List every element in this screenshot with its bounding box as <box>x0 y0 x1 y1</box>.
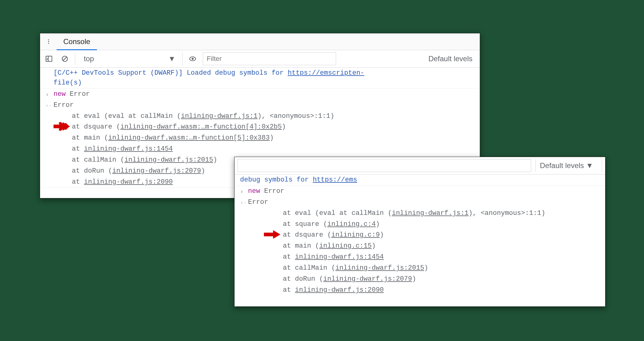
frame-text: at <box>72 145 84 153</box>
frame-text: ) <box>372 242 376 250</box>
stack-frame: at callMain (inlining-dwarf.js:2015) <box>235 263 605 274</box>
frame-text: ), <anonymous>:1:1) <box>468 209 545 217</box>
frame-link[interactable]: inlining-dwarf.js:1 <box>392 209 468 217</box>
stack-frame: at inlining-dwarf.js:2090 <box>235 285 605 296</box>
frame-text: ) <box>270 134 274 142</box>
dropdown-caret-icon: ▼ <box>168 54 176 63</box>
console-input-echo: › new Error <box>40 88 480 100</box>
log-levels-selector[interactable]: Default levels <box>428 54 477 63</box>
console-result[interactable]: ‹· Error <box>40 100 480 111</box>
frame-text: at callMain ( <box>283 264 335 272</box>
context-selector-value: top <box>84 54 94 63</box>
context-selector[interactable]: top ▼ <box>80 53 178 65</box>
stack-frame: at inlining-dwarf.js:1454 <box>235 252 605 263</box>
frame-link[interactable]: inlining-dwarf.js:2090 <box>84 178 173 186</box>
tab-console-label: Console <box>63 37 90 46</box>
frame-link[interactable]: inlining-dwarf.js:2079 <box>323 275 412 283</box>
toggle-sidebar-button[interactable] <box>43 53 55 65</box>
console-toolbar: Default levels ▼ <box>235 157 605 174</box>
tab-console[interactable]: Console <box>57 33 97 50</box>
frame-text: at eval (eval at callMain ( <box>72 112 181 120</box>
keyword-new: new <box>248 187 260 195</box>
info-link[interactable]: https://emscripten- <box>288 69 365 77</box>
frame-text: at dsquare ( <box>72 123 120 131</box>
live-expression-button[interactable] <box>187 53 198 65</box>
frame-link[interactable]: inlining-dwarf.wasm:…m-function[4]:0x2b5 <box>120 123 282 131</box>
toolbar-divider <box>602 159 602 172</box>
info-text-2: file(s) <box>54 79 82 87</box>
frame-text: at square ( <box>283 220 327 228</box>
toolbar-divider <box>75 53 75 65</box>
stack-frame: at doRun (inlining-dwarf.js:2079) <box>235 274 605 285</box>
frame-link[interactable]: inlining-dwarf.js:1454 <box>295 253 384 261</box>
frame-text: at <box>283 253 295 261</box>
error-word: Error <box>264 187 284 195</box>
log-levels-label: Default levels <box>428 54 472 63</box>
error-header: Error <box>248 198 268 206</box>
frame-link[interactable]: inlining-dwarf.js:2079 <box>112 167 201 175</box>
frame-text: at <box>283 286 295 294</box>
frame-link[interactable]: inlining-dwarf.js:1 <box>181 112 257 120</box>
console-toolbar: top ▼ Default levels <box>40 50 480 68</box>
info-link[interactable]: https://ems <box>313 176 357 184</box>
stack-frame: at square (inlining.c:4) <box>235 219 605 230</box>
frame-text: ) <box>282 123 286 131</box>
frame-text: ), <anonymous>:1:1) <box>257 112 334 120</box>
stack-frame: at main (inlining.c:15) <box>235 241 605 252</box>
console-result[interactable]: ‹· Error <box>235 197 605 208</box>
clear-console-button[interactable] <box>59 53 71 65</box>
stack-frame-dsquare: at dsquare (inlining-dwarf.wasm:…m-funct… <box>40 122 480 133</box>
output-chevron-icon: ‹· <box>240 199 247 207</box>
more-menu-button[interactable] <box>43 36 55 48</box>
frame-text: ) <box>376 220 380 228</box>
highlight-arrow-icon <box>54 122 70 131</box>
frame-text: at main ( <box>72 134 108 142</box>
toolbar-divider <box>535 159 536 172</box>
toolbar-divider <box>182 53 183 65</box>
filter-input[interactable] <box>238 159 531 172</box>
frame-link[interactable]: inlining-dwarf.js:2015 <box>124 156 213 164</box>
output-chevron-icon: ‹· <box>46 102 52 110</box>
error-header: Error <box>54 101 74 109</box>
log-levels-selector[interactable]: Default levels ▼ <box>540 161 598 170</box>
svg-marker-8 <box>273 230 280 239</box>
frame-text: ) <box>380 231 384 239</box>
input-chevron-icon: › <box>46 91 49 99</box>
frame-text: ) <box>412 275 416 283</box>
console-input-echo: › new Error <box>235 185 605 197</box>
frame-text: at eval (eval at callMain ( <box>283 209 392 217</box>
keyword-new: new <box>54 90 66 98</box>
frame-text: at dsquare ( <box>283 231 331 239</box>
stack-frame-dsquare: at dsquare (inlining.c:9) <box>235 230 605 241</box>
frame-text: ) <box>213 156 217 164</box>
svg-point-6 <box>192 58 194 60</box>
frame-link[interactable]: inlining.c:4 <box>327 220 376 228</box>
svg-point-0 <box>48 39 49 40</box>
svg-point-2 <box>48 43 49 44</box>
frame-text: ) <box>424 264 428 272</box>
frame-text: at doRun ( <box>283 275 323 283</box>
stack-frame: at main (inlining-dwarf.wasm:…m-function… <box>40 133 480 144</box>
filter-input[interactable] <box>203 52 336 65</box>
svg-point-1 <box>48 41 49 42</box>
highlight-arrow-icon <box>264 230 280 239</box>
frame-link[interactable]: inlining-dwarf.js:2090 <box>295 286 384 294</box>
error-word: Error <box>70 90 90 98</box>
console-output: debug symbols for https://ems › new Erro… <box>235 174 605 296</box>
frame-link[interactable]: inlining-dwarf.wasm:…m-function[5]:0x383 <box>108 134 270 142</box>
info-text: [C/C++ DevTools Support (DWARF)] Loaded … <box>54 69 288 77</box>
console-info-message: debug symbols for https://ems <box>235 174 605 185</box>
frame-link[interactable]: inlining-dwarf.js:1454 <box>84 145 173 153</box>
stack-frame: at eval (eval at callMain (inlining-dwar… <box>235 208 605 219</box>
svg-marker-7 <box>63 122 70 131</box>
frame-link[interactable]: inlining.c:9 <box>331 231 379 239</box>
input-chevron-icon: › <box>240 188 243 196</box>
frame-link[interactable]: inlining-dwarf.js:2015 <box>335 264 424 272</box>
frame-link[interactable]: inlining.c:15 <box>319 242 372 250</box>
log-levels-label: Default levels ▼ <box>540 161 594 170</box>
devtools-tabbar: Console <box>40 33 480 50</box>
stack-frame: at inlining-dwarf.js:1454 <box>40 144 480 155</box>
devtools-console-panel-after: Default levels ▼ debug symbols for https… <box>234 157 605 307</box>
console-info-message: [C/C++ DevTools Support (DWARF)] Loaded … <box>40 68 480 88</box>
frame-text: at main ( <box>283 242 319 250</box>
